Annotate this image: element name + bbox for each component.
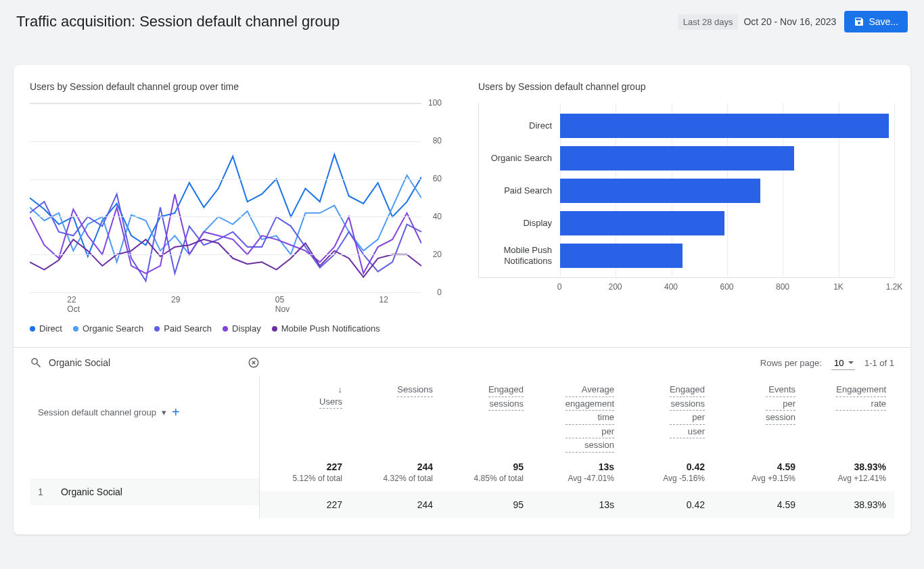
x-axis-ticks: 22Oct2905Nov12: [30, 295, 446, 315]
rows-per-page-select[interactable]: 10: [831, 357, 855, 370]
bar-label: Display: [479, 218, 560, 229]
bar-label: Mobile Push Notifications: [479, 245, 560, 266]
bar-fill: [560, 244, 683, 268]
metric-cell: 38.93%: [804, 491, 894, 518]
bar-chart-panel: Users by Session default channel group D…: [478, 81, 894, 334]
metric-header[interactable]: Engagementrate: [804, 375, 894, 456]
dimension-header: Session default channel group ▾ +: [30, 375, 259, 443]
add-dimension-icon[interactable]: +: [172, 405, 180, 420]
metric-cell: 95: [441, 491, 532, 518]
date-range-label: Last 28 days: [678, 14, 739, 30]
legend-dot-icon: [30, 326, 35, 332]
legend-item[interactable]: Display: [223, 323, 261, 334]
line-plot: [30, 103, 421, 292]
search-icon[interactable]: [30, 357, 42, 369]
bar-fill: [560, 179, 760, 203]
header-right: Last 28 days Oct 20 - Nov 16, 2023 Save.…: [678, 11, 908, 32]
bar-row[interactable]: Organic Search: [479, 142, 894, 175]
search-box: [30, 355, 260, 371]
table-row[interactable]: 1 Organic Social: [30, 478, 259, 505]
metric-cell: 0.42: [622, 491, 713, 518]
legend-item[interactable]: Direct: [30, 323, 62, 334]
legend-dot-icon: [73, 326, 78, 332]
bar-x-ticks: 02004006008001K1.2K: [559, 282, 894, 296]
y-tick-label: 100: [428, 98, 442, 108]
metric-columns: ↓ UsersSessionsEngagedsessionsAverageeng…: [260, 375, 894, 518]
page-title: Traffic acquisition: Session default cha…: [16, 13, 340, 30]
legend-item[interactable]: Mobile Push Notifications: [272, 323, 380, 334]
metric-cell: 4.59: [713, 491, 804, 518]
save-icon: [854, 16, 864, 27]
bar-x-tick-label: 0: [557, 282, 562, 292]
metric-header[interactable]: Sessions: [350, 375, 441, 456]
bar-x-tick-label: 400: [664, 282, 678, 292]
metric-total-cell: 954.85% of total: [441, 456, 532, 491]
clear-icon[interactable]: [248, 357, 260, 369]
legend-label: Direct: [39, 323, 62, 334]
bar-row[interactable]: Paid Search: [479, 175, 894, 207]
metric-total-cell: 0.42Avg -5.16%: [622, 456, 713, 491]
bar-row[interactable]: Display: [479, 207, 894, 240]
y-tick-label: 20: [433, 250, 442, 259]
search-input[interactable]: [49, 355, 241, 371]
date-range-value: Oct 20 - Nov 16, 2023: [743, 16, 836, 27]
metric-total-cell: 13sAvg -47.01%: [532, 456, 622, 491]
bar-fill: [560, 211, 724, 235]
bar-track: [560, 142, 894, 175]
x-tick-label: 12: [379, 295, 388, 304]
bar-track: [560, 110, 894, 142]
bar-row[interactable]: Mobile Push Notifications: [479, 240, 894, 272]
row-dimension-value: Organic Social: [61, 486, 122, 497]
bar-row[interactable]: Direct: [479, 110, 894, 142]
dimension-header-label[interactable]: Session default channel group: [38, 407, 156, 417]
legend-item[interactable]: Paid Search: [154, 323, 212, 334]
metric-total-cell: 2444.32% of total: [350, 456, 441, 491]
bar-x-tick-label: 800: [776, 282, 789, 292]
legend-dot-icon: [272, 326, 277, 332]
legend-dot-icon: [223, 326, 228, 332]
y-tick-label: 60: [433, 174, 442, 183]
metric-total-cell: 2275.12% of total: [260, 456, 350, 491]
x-tick-label: 22Oct: [67, 295, 80, 315]
rows-per-page-label: Rows per page:: [760, 358, 822, 368]
dimension-dropdown-icon[interactable]: ▾: [162, 407, 166, 417]
metric-header[interactable]: ↓ Users: [260, 375, 350, 456]
metric-header[interactable]: Engagedsessionsperuser: [622, 375, 713, 456]
save-button-label: Save...: [869, 16, 898, 27]
y-tick-label: 80: [433, 136, 442, 145]
date-range[interactable]: Last 28 days Oct 20 - Nov 16, 2023: [678, 14, 837, 30]
y-tick-label: 40: [433, 212, 442, 221]
metric-header[interactable]: Engagedsessions: [441, 375, 532, 456]
bar-x-tick-label: 1.2K: [886, 282, 903, 292]
bar-label: Organic Search: [479, 153, 560, 164]
bar-x-tick-label: 600: [720, 282, 733, 292]
charts-row: Users by Session default channel group o…: [30, 81, 894, 334]
data-table: Session default channel group ▾ + 1 Orga…: [30, 375, 894, 518]
metric-header[interactable]: Eventspersession: [713, 375, 804, 456]
legend-dot-icon: [154, 326, 160, 332]
page-range-label: 1-1 of 1: [864, 358, 894, 368]
metric-cell: 227: [260, 491, 350, 518]
bar-fill: [560, 146, 794, 170]
legend-label: Paid Search: [164, 323, 212, 334]
report-card: Users by Session default channel group o…: [14, 65, 910, 534]
bar-track: [560, 207, 894, 240]
line-chart[interactable]: 020406080100: [30, 103, 446, 292]
bar-chart-title: Users by Session default channel group: [478, 81, 894, 92]
dimension-column: Session default channel group ▾ + 1 Orga…: [30, 375, 260, 518]
row-number: 1: [38, 486, 58, 497]
metric-total-cell: 4.59Avg +9.15%: [713, 456, 804, 491]
metric-cell: 244: [350, 491, 441, 518]
metric-cell: 13s: [532, 491, 622, 518]
bar-fill: [560, 114, 889, 138]
legend-label: Mobile Push Notifications: [281, 323, 380, 334]
bar-area: DirectOrganic SearchPaid SearchDisplayMo…: [478, 103, 894, 278]
metric-header[interactable]: Averageengagementtimepersession: [532, 375, 622, 456]
bar-chart[interactable]: DirectOrganic SearchPaid SearchDisplayMo…: [478, 103, 894, 296]
legend-item[interactable]: Organic Search: [73, 323, 143, 334]
bar-label: Direct: [479, 120, 560, 131]
bar-x-tick-label: 200: [609, 282, 622, 292]
save-button[interactable]: Save...: [844, 11, 908, 32]
bar-track: [560, 240, 894, 272]
y-axis-ticks: 020406080100: [421, 103, 446, 292]
